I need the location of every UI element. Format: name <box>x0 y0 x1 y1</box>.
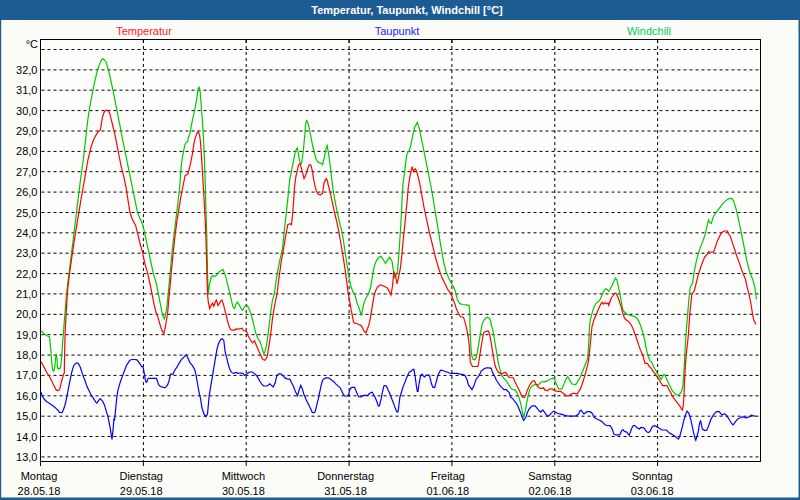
svg-text:25,0: 25,0 <box>16 207 37 219</box>
svg-text:Windchill: Windchill <box>627 25 671 37</box>
svg-text:31,0: 31,0 <box>16 84 37 96</box>
svg-text:21,0: 21,0 <box>16 288 37 300</box>
svg-text:29.05.18: 29.05.18 <box>120 485 163 497</box>
svg-text:26,0: 26,0 <box>16 186 37 198</box>
svg-text:29,0: 29,0 <box>16 125 37 137</box>
svg-text:Samstag: Samstag <box>528 470 571 482</box>
svg-text:Dienstag: Dienstag <box>119 470 162 482</box>
svg-text:Taupunkt: Taupunkt <box>375 25 420 37</box>
svg-text:01.06.18: 01.06.18 <box>426 485 469 497</box>
svg-text:31.05.18: 31.05.18 <box>324 485 367 497</box>
svg-text:Temperatur, Taupunkt, Windchil: Temperatur, Taupunkt, Windchill [°C] <box>311 4 503 16</box>
svg-text:16,0: 16,0 <box>16 390 37 402</box>
svg-text:27,0: 27,0 <box>16 166 37 178</box>
svg-text:28.05.18: 28.05.18 <box>18 485 61 497</box>
svg-text:19,0: 19,0 <box>16 329 37 341</box>
svg-text:30.05.18: 30.05.18 <box>222 485 265 497</box>
svg-text:Montag: Montag <box>21 470 58 482</box>
svg-text:Temperatur: Temperatur <box>116 25 172 37</box>
svg-text:28,0: 28,0 <box>16 145 37 157</box>
svg-text:Sonntag: Sonntag <box>632 470 673 482</box>
svg-text:30,0: 30,0 <box>16 105 37 117</box>
svg-text:15,0: 15,0 <box>16 410 37 422</box>
svg-text:Mittwoch: Mittwoch <box>222 470 265 482</box>
svg-text:Donnerstag: Donnerstag <box>317 470 374 482</box>
svg-text:14,0: 14,0 <box>16 431 37 443</box>
svg-text:18,0: 18,0 <box>16 349 37 361</box>
svg-text:°C: °C <box>26 38 38 50</box>
svg-text:23,0: 23,0 <box>16 247 37 259</box>
svg-text:24,0: 24,0 <box>16 227 37 239</box>
svg-text:02.06.18: 02.06.18 <box>529 485 572 497</box>
svg-text:13,0: 13,0 <box>16 451 37 463</box>
svg-text:17,0: 17,0 <box>16 369 37 381</box>
svg-text:20,0: 20,0 <box>16 308 37 320</box>
svg-text:03.06.18: 03.06.18 <box>631 485 674 497</box>
svg-text:22,0: 22,0 <box>16 268 37 280</box>
svg-text:Freitag: Freitag <box>431 470 465 482</box>
svg-text:32,0: 32,0 <box>16 64 37 76</box>
